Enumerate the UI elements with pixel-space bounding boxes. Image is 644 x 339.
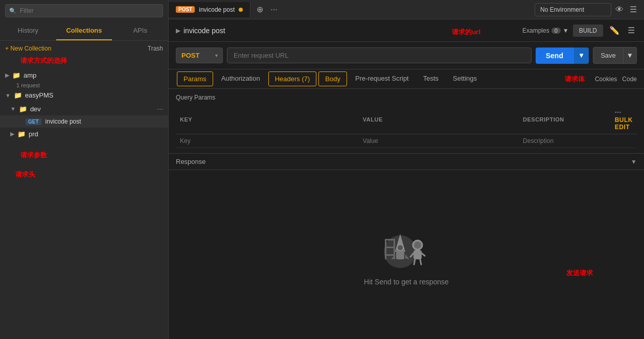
url-bar-wrapper: 请求的url POST GET PUT DELETE PATCH Send ▼: [169, 42, 644, 69]
annotation-request-body: 请求体: [565, 75, 585, 84]
request-tab-invicode[interactable]: POST invicode post: [169, 2, 250, 17]
examples-chevron-icon: ▼: [563, 27, 569, 34]
method-select[interactable]: POST GET PUT DELETE PATCH: [176, 47, 223, 63]
svg-rect-10: [385, 239, 386, 259]
response-title: Response: [176, 158, 206, 165]
filter-input[interactable]: [5, 4, 163, 17]
bulk-edit-button[interactable]: Bulk Edit: [615, 116, 633, 131]
eye-icon-button[interactable]: 👁: [613, 3, 626, 16]
folder-dev[interactable]: ▼ 📁 dev ···: [0, 102, 168, 115]
tab-body[interactable]: Body: [318, 71, 347, 86]
sidebar-tabs: History Collections APIs: [0, 21, 168, 41]
environment-dropdown[interactable]: No Environment: [535, 3, 611, 16]
chevron-down-icon: ▼: [5, 92, 11, 99]
sidebar-search-area: 🔍: [0, 0, 168, 21]
send-dropdown-button[interactable]: ▼: [573, 47, 589, 64]
edit-icon-button[interactable]: ✏️: [607, 23, 622, 37]
send-button[interactable]: Send: [536, 47, 573, 64]
response-collapse-button[interactable]: ▼: [631, 158, 637, 165]
annotation-request-params: 请求参数: [0, 140, 168, 160]
sidebar-tab-history[interactable]: History: [0, 21, 56, 40]
folder-name-prd: prd: [29, 130, 38, 138]
save-dropdown-button[interactable]: ▼: [624, 47, 637, 64]
add-tab-button[interactable]: ⊕: [255, 3, 265, 16]
svg-line-7: [422, 253, 425, 256]
build-button[interactable]: BUILD: [573, 25, 603, 37]
rocket-illustration: [381, 224, 432, 270]
request-name-bar: ▶ invicode post Examples 0 ▼ BUILD ✏️ ☰: [169, 19, 644, 42]
collection-amp[interactable]: ▶ 📁 amp: [0, 68, 168, 82]
environment-selector: No Environment 👁 ☰: [530, 3, 644, 16]
tab-headers[interactable]: Headers (7): [268, 71, 317, 86]
svg-line-9: [420, 259, 421, 264]
folder-dev-more-button[interactable]: ···: [157, 105, 163, 113]
request-name-invicode: invicode post: [45, 118, 81, 125]
sidebar: 🔍 History Collections APIs + New Collect…: [0, 0, 169, 339]
param-key-input[interactable]: [180, 137, 355, 144]
examples-count-badge: 0: [551, 28, 561, 34]
save-button[interactable]: Save: [593, 47, 624, 64]
param-row: [176, 134, 637, 148]
method-select-wrapper: POST GET PUT DELETE PATCH: [176, 47, 223, 63]
tab-tests[interactable]: Tests: [416, 69, 446, 88]
response-hint-text: Hit Send to get a response: [364, 278, 449, 286]
settings-icon-button[interactable]: ☰: [628, 3, 639, 16]
sidebar-actions: + New Collection Trash: [0, 41, 168, 56]
col-header-value: VALUE: [359, 105, 519, 134]
sidebar-tab-collections[interactable]: Collections: [56, 21, 112, 40]
folder-name-dev: dev: [30, 105, 41, 113]
col-header-description: DESCRIPTION: [519, 105, 611, 134]
tab-actions: ⊕ ···: [250, 3, 283, 16]
chevron-down-icon-dev: ▼: [10, 106, 16, 112]
response-body: Hit Send to get a response: [169, 170, 644, 339]
query-params-title: Query Params: [176, 94, 637, 101]
param-description-input[interactable]: [523, 137, 607, 144]
col-header-key: KEY: [176, 105, 359, 134]
response-area: Response ▼: [169, 153, 644, 339]
tab-name: invicode post: [199, 6, 235, 13]
svg-point-4: [414, 241, 421, 249]
folder-icon-easypms: 📁: [14, 91, 22, 99]
annotation-request-method: 请求方式的选择: [0, 56, 168, 66]
more-tabs-button[interactable]: ···: [268, 3, 279, 16]
request-tabs: Params Authorization Headers (7) Body Pr…: [169, 69, 644, 89]
svg-rect-14: [394, 239, 395, 259]
folder-prd[interactable]: ▶ 📁 prd: [0, 128, 168, 140]
tab-unsaved-dot: [239, 8, 243, 12]
params-table: KEY VALUE DESCRIPTION ··· Bulk Edit: [176, 105, 637, 148]
send-button-group: Send ▼: [536, 47, 589, 64]
chevron-right-icon-prd: ▶: [10, 131, 14, 137]
examples-label: Examples: [522, 27, 549, 34]
tab-settings[interactable]: Settings: [446, 69, 484, 88]
code-link[interactable]: Code: [622, 76, 637, 83]
url-input[interactable]: [227, 47, 532, 63]
collection-easypms[interactable]: ▼ 📁 easyPMS: [0, 88, 168, 102]
examples-section: Examples 0 ▼ BUILD ✏️ ☰: [522, 23, 637, 37]
tab-authorization[interactable]: Authorization: [214, 69, 267, 88]
tab-bar: POST invicode post ⊕ ··· No Environment …: [169, 0, 644, 19]
params-more-button[interactable]: ···: [615, 108, 622, 116]
chevron-right-icon: ▶: [5, 72, 9, 79]
save-button-group: Save ▼: [593, 47, 637, 64]
params-area: Query Params KEY VALUE DESCRIPTION ··· B…: [169, 89, 644, 153]
svg-rect-5: [413, 250, 422, 259]
tab-prerequest[interactable]: Pre-request Script: [348, 69, 416, 88]
examples-button[interactable]: Examples 0 ▼: [522, 27, 569, 34]
menu-icon-button[interactable]: ☰: [626, 23, 637, 37]
response-header: Response ▼: [169, 154, 644, 170]
method-badge-get: GET: [26, 118, 41, 125]
url-bar: POST GET PUT DELETE PATCH Send ▼ Save ▼: [169, 42, 644, 69]
svg-line-8: [414, 259, 415, 264]
request-item-invicode[interactable]: GET invicode post: [0, 115, 168, 128]
sidebar-tab-apis[interactable]: APIs: [112, 21, 168, 40]
chevron-right-icon: ▶: [176, 27, 180, 34]
param-value-input[interactable]: [363, 137, 515, 144]
folder-icon-prd: 📁: [17, 130, 26, 138]
cookies-link[interactable]: Cookies: [595, 76, 617, 83]
folder-icon: 📁: [12, 71, 20, 79]
tab-params[interactable]: Params: [177, 71, 213, 86]
collection-name-amp: amp: [24, 71, 36, 79]
new-collection-button[interactable]: + New Collection: [5, 45, 51, 52]
trash-link[interactable]: Trash: [148, 45, 163, 52]
search-icon: 🔍: [9, 8, 16, 14]
